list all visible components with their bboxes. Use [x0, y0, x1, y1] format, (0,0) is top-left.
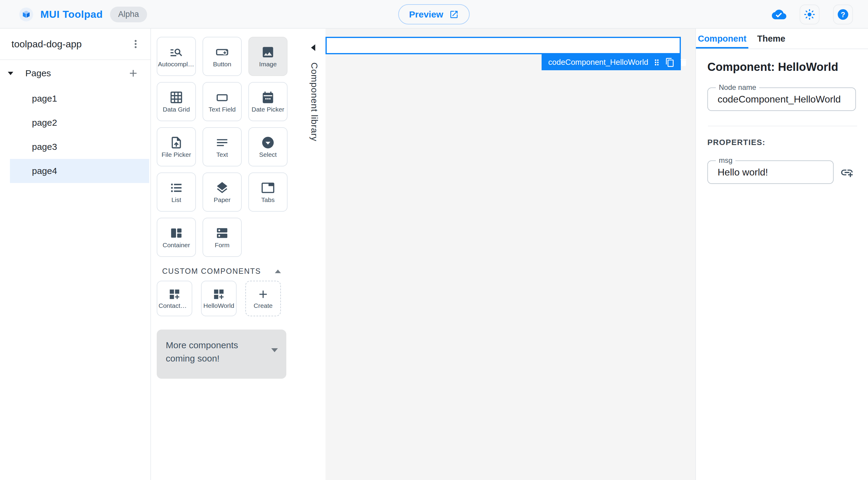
component-tile-image[interactable]: Image	[248, 37, 287, 76]
container-icon	[169, 226, 183, 240]
component-tile-autocomplete[interactable]: Autocomplete	[157, 37, 196, 76]
tile-label: HelloWorld	[204, 302, 234, 309]
component-heading: Component: HelloWorld	[707, 61, 838, 73]
component-tile-file-picker[interactable]: File Picker	[157, 127, 196, 167]
tile-label: Data Grid	[163, 106, 190, 113]
tile-label: Text	[216, 151, 228, 158]
tab-theme[interactable]: Theme	[748, 29, 794, 49]
dashboard-customize-icon	[168, 288, 181, 301]
form-icon	[215, 226, 229, 240]
image-icon	[261, 45, 275, 59]
coming-soon-text: More components coming soon!	[166, 338, 270, 365]
add-link-icon	[840, 166, 854, 179]
component-tile-paper[interactable]: Paper	[203, 173, 242, 212]
tile-label: List	[172, 196, 181, 204]
component-library-panel: Autocomplete Button Image Data Grid	[151, 29, 326, 480]
custom-component-tile-contactsta[interactable]: ContactSta…	[157, 281, 192, 316]
tile-label: Form	[215, 241, 230, 249]
tab-icon	[261, 181, 275, 195]
sidebar-item-page2[interactable]: page2	[0, 111, 150, 135]
active-tab-indicator	[696, 47, 748, 49]
help-icon: ?	[837, 8, 849, 21]
custom-components-label: CUSTOM COMPONENTS	[162, 267, 261, 276]
app-header-row: toolpad-dog-app	[0, 29, 150, 60]
bind-property-button[interactable]	[839, 164, 855, 181]
create-component-tile[interactable]: Create	[245, 281, 281, 316]
grid-icon	[169, 90, 183, 104]
calendar-icon	[261, 90, 275, 104]
library-title: Component library	[309, 62, 319, 142]
tile-label: Container	[162, 241, 190, 249]
msg-label: msg	[716, 156, 735, 164]
tile-label: Select	[259, 151, 277, 158]
drag-indicator-icon	[652, 58, 661, 67]
component-tile-container[interactable]: Container	[157, 218, 196, 257]
dropdown-circle-icon	[261, 136, 275, 150]
duplicate-node-button[interactable]	[665, 58, 675, 67]
light-mode-icon	[804, 9, 815, 20]
alpha-badge: Alpha	[110, 7, 147, 22]
preview-button-label: Preview	[409, 9, 443, 20]
autocomplete-icon	[169, 45, 183, 59]
sidebar-item-page4[interactable]: page4	[10, 159, 149, 183]
selected-node-toolbar: codeComponent_HelloWorld	[541, 54, 681, 70]
tile-label: Tabs	[261, 196, 275, 204]
component-tile-form[interactable]: Form	[203, 218, 242, 257]
tile-label: Create	[253, 302, 273, 309]
theme-toggle-button[interactable]	[800, 4, 819, 24]
component-tile-date-picker[interactable]: Date Picker	[248, 82, 287, 121]
tile-label: Autocomplete	[158, 61, 195, 68]
app-title: MUI Toolpad	[40, 8, 103, 20]
notes-icon	[215, 136, 229, 150]
add-page-icon[interactable]	[127, 67, 139, 79]
collapse-pages-icon[interactable]	[8, 72, 13, 75]
list-icon	[169, 181, 183, 195]
component-tile-text[interactable]: Text	[203, 127, 242, 167]
coming-soon-panel[interactable]: More components coming soon!	[157, 330, 286, 379]
delete-node-button[interactable]	[679, 58, 688, 67]
component-tile-text-field[interactable]: Text Field	[203, 82, 242, 121]
inspector-tabs: Component Theme	[696, 29, 868, 49]
custom-components-header[interactable]: CUSTOM COMPONENTS	[162, 267, 281, 276]
mui-cube-icon	[22, 10, 31, 19]
collapse-library-icon[interactable]	[311, 44, 315, 51]
sidebar-item-page3[interactable]: page3	[0, 135, 150, 159]
collapse-custom-section-icon[interactable]	[275, 270, 281, 273]
text-field-icon	[215, 90, 229, 104]
component-tile-button[interactable]: Button	[203, 37, 242, 76]
open-in-new-icon	[450, 10, 459, 19]
properties-label: PROPERTIES:	[707, 138, 766, 147]
drag-handle[interactable]	[652, 58, 661, 67]
sidebar-item-page1[interactable]: page1	[0, 87, 150, 111]
custom-component-tile-helloworld[interactable]: HelloWorld	[201, 281, 237, 316]
node-name-label: Node name	[716, 83, 759, 92]
component-tile-tabs[interactable]: Tabs	[248, 173, 287, 212]
preview-button[interactable]: Preview	[398, 4, 470, 24]
selected-component-helloworld[interactable]	[326, 37, 681, 54]
help-button[interactable]: ?	[833, 4, 853, 24]
layers-icon	[215, 181, 229, 195]
cloud-done-icon	[772, 7, 786, 22]
tile-label: Date Picker	[252, 106, 284, 113]
component-tile-list[interactable]: List	[157, 173, 196, 212]
mui-toolpad-logo-icon[interactable]	[19, 7, 33, 22]
selected-node-name: codeComponent_HelloWorld	[548, 58, 648, 67]
pages-tree-header[interactable]: Pages	[0, 60, 150, 87]
top-actions: ?	[772, 0, 853, 29]
component-tile-data-grid[interactable]: Data Grid	[157, 82, 196, 121]
tile-label: Paper	[214, 196, 230, 204]
pages-label: Pages	[25, 68, 127, 79]
node-name-field: Node name	[707, 87, 856, 111]
kebab-menu-icon[interactable]	[130, 38, 141, 50]
tile-label: File Picker	[161, 151, 191, 158]
svg-text:?: ?	[841, 10, 845, 19]
tile-label: Image	[259, 61, 277, 68]
expand-coming-soon-icon[interactable]	[271, 348, 278, 352]
component-tile-select[interactable]: Select	[248, 127, 287, 167]
tile-label: Button	[213, 61, 231, 68]
editor-canvas[interactable]: codeComponent_HelloWorld	[326, 29, 695, 480]
section-divider	[708, 126, 857, 126]
msg-field: msg	[707, 160, 834, 184]
pages-list: page1 page2 page3 page4	[0, 87, 150, 183]
tab-component[interactable]: Component	[696, 29, 748, 49]
